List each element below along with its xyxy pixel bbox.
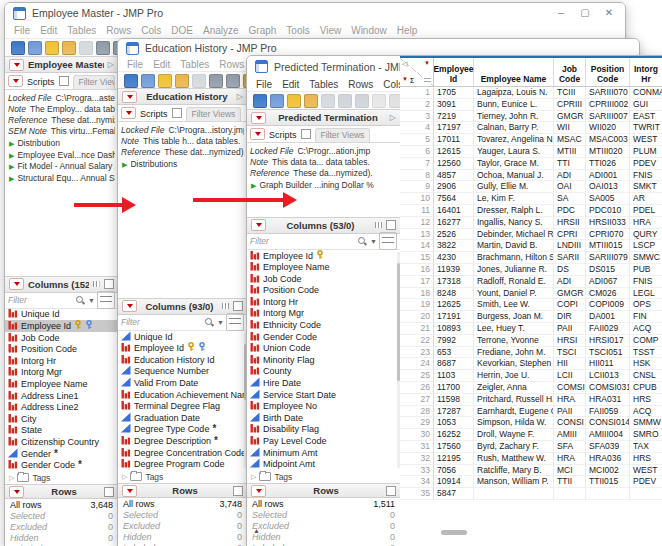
menu-edit[interactable]: Edit	[153, 59, 170, 70]
cell[interactable]: Pritchard, Russell H.	[474, 394, 554, 406]
table-row[interactable]: 3016252Droll, Wayne F.AMIIIAMIII004SMRO	[400, 429, 662, 441]
column-item-employee-no[interactable]: Employee No	[247, 400, 400, 412]
cell[interactable]: WEST	[630, 134, 662, 146]
column-item-employee-id[interactable]: Employee Id	[118, 342, 247, 354]
column-item-job-code[interactable]: Job Code	[5, 332, 118, 344]
cell[interactable]: MTIII015	[586, 240, 630, 252]
cell[interactable]: TSCI051	[586, 347, 630, 359]
grid-corner-cell[interactable]: ◁▼▼Σ	[400, 58, 434, 86]
row-number[interactable]: 20	[400, 311, 434, 323]
column-item-graduation-date[interactable]: Graduation Date	[118, 412, 247, 424]
cell[interactable]: 17197	[434, 122, 474, 134]
menu-view[interactable]: View	[320, 25, 342, 36]
column-item-employee-name[interactable]: Employee Name	[5, 378, 118, 390]
cell[interactable]: AMIII004	[586, 429, 630, 441]
dock-arrow-icon[interactable]: ▷	[108, 60, 114, 69]
cell[interactable]: 4857	[434, 170, 474, 182]
minimize-button[interactable]: –	[551, 5, 571, 19]
cell[interactable]: DS	[554, 264, 586, 276]
column-item-service-start-date[interactable]: Service Start Date	[247, 389, 400, 401]
table-row[interactable]: 291053Simpson, Hilda W.CONSICONSI014SMMW	[400, 417, 662, 429]
cell[interactable]: Calnan, Barry P.	[474, 122, 554, 134]
table-row[interactable]: 1717318Radloff, Ronald E.ADIADI067FNIS	[400, 276, 662, 288]
cell[interactable]: LSCP	[630, 240, 662, 252]
cell[interactable]: FNIS	[630, 276, 662, 288]
cell[interactable]: Lee, Huey T.	[474, 323, 554, 335]
table-row[interactable]: 612615Yauger, Laura S.MTIIIMTIII020PLUM	[400, 146, 662, 158]
cell[interactable]: 1705	[434, 87, 474, 99]
column-header-3[interactable]: Job Code	[554, 58, 586, 86]
cell[interactable]: Bunn, Eunice L.	[474, 99, 554, 111]
dock-arrow-icon[interactable]: ▷	[390, 113, 396, 122]
cell[interactable]: HRSI017	[586, 335, 630, 347]
cell[interactable]: MSAC003	[586, 134, 630, 146]
cell[interactable]: CNSL	[630, 370, 662, 382]
column-item-degree-description[interactable]: Degree Description*	[118, 435, 247, 447]
cell[interactable]: SARIII079	[586, 252, 630, 264]
cell[interactable]: 12560	[434, 158, 474, 170]
cell[interactable]: PDC010	[586, 205, 630, 217]
cell[interactable]: Gully, Ellie M.	[474, 181, 554, 193]
filter-settings-icon[interactable]	[97, 291, 115, 309]
cell[interactable]: Manson, William P.	[474, 476, 554, 488]
script-item[interactable]: ▶Distributions	[121, 159, 244, 171]
save-icon[interactable]	[321, 94, 335, 108]
menu-analyze[interactable]: Analyze	[203, 25, 239, 36]
row-number[interactable]: 8	[400, 170, 434, 182]
cell[interactable]: 7992	[434, 335, 474, 347]
red-triangle-icon[interactable]	[121, 107, 136, 119]
cell[interactable]: 11700	[434, 382, 474, 394]
cell[interactable]: SFA	[554, 441, 586, 453]
search-icon[interactable]	[204, 317, 215, 328]
cell[interactable]: Dresser, Ralph L.	[474, 205, 554, 217]
column-header-5[interactable]: Intorg Hr	[630, 58, 662, 86]
column-settings-icon[interactable]	[93, 281, 100, 287]
cell[interactable]: MSAC	[554, 134, 586, 146]
cell[interactable]: 3091	[434, 99, 474, 111]
cell[interactable]: 8687	[434, 358, 474, 370]
run-script-icon[interactable]: ▶	[122, 161, 127, 168]
cell[interactable]: Burgess, Joan M.	[474, 311, 554, 323]
cell[interactable]: 17560	[434, 441, 474, 453]
cell[interactable]: 10893	[434, 323, 474, 335]
columns-filter-input[interactable]: Filter	[121, 317, 202, 327]
cell[interactable]: Martin, David B.	[474, 240, 554, 252]
cell[interactable]: OAI013	[586, 181, 630, 193]
cell[interactable]: 16277	[434, 217, 474, 229]
rows-checkbox[interactable]	[386, 486, 396, 496]
cell[interactable]: TTI	[554, 158, 586, 170]
cell[interactable]	[554, 488, 586, 500]
row-number[interactable]: 21	[400, 323, 434, 335]
red-triangle-icon[interactable]	[122, 300, 137, 312]
search-icon[interactable]	[357, 236, 368, 247]
cell[interactable]: Kevorkian, Stephen A.	[474, 358, 554, 370]
column-item-valid-from-date[interactable]: Valid From Date	[118, 377, 247, 389]
column-item-employee-id[interactable]: Employee Id	[5, 320, 118, 332]
run-script-icon[interactable]: ▶	[9, 163, 14, 170]
row-number[interactable]: 35	[400, 488, 434, 500]
expand-arrow-icon[interactable]: ▷	[122, 473, 127, 481]
red-triangle-icon[interactable]	[251, 112, 266, 124]
column-item-intorg-mgr[interactable]: Intorg Mgr	[5, 367, 118, 379]
cell[interactable]: HRA	[554, 453, 586, 465]
column-item-degree-program-code[interactable]: Degree Program Code	[118, 458, 247, 470]
cell[interactable]: MCI	[554, 465, 586, 477]
row-number[interactable]: 30	[400, 429, 434, 441]
cut-icon[interactable]	[209, 74, 223, 88]
cell[interactable]: LNDIII	[554, 240, 586, 252]
table-row[interactable]: 337056Ratcliffe, Mary B.MCIMCI002WEST	[400, 465, 662, 477]
cell[interactable]: FAII059	[586, 406, 630, 418]
scripts-checkbox[interactable]	[59, 76, 69, 86]
chevron-down-icon[interactable]: ▼	[88, 297, 95, 304]
cell[interactable]: PDEV	[630, 476, 662, 488]
column-item-degree-type-code[interactable]: Degree Type Code*	[118, 424, 247, 436]
menu-rows[interactable]: Rows	[219, 59, 244, 70]
table-row[interactable]: 248687Kevorkian, Stephen A.HIIHII011HSK	[400, 358, 662, 370]
tags-row[interactable]: ▷ Tags	[118, 470, 247, 483]
row-number[interactable]: 16	[400, 264, 434, 276]
row-number[interactable]: 25	[400, 370, 434, 382]
cell[interactable]: DA001	[586, 311, 630, 323]
column-item-intorg-hr[interactable]: Intorg Hr	[5, 355, 118, 367]
cell[interactable]: Zeigler, Anna	[474, 382, 554, 394]
cell[interactable]: PUB	[630, 264, 662, 276]
